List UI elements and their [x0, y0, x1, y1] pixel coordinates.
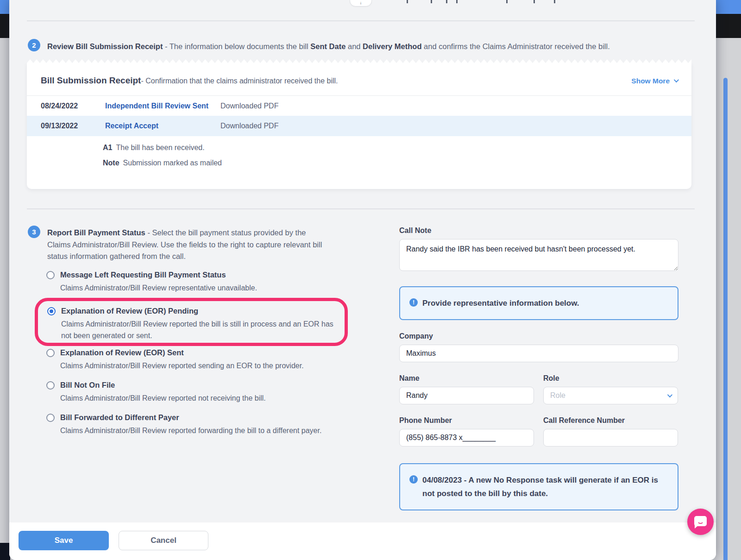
step-2-title: Review Bill Submission Receipt [47, 42, 163, 50]
radio-option-label[interactable]: Message Left Requesting Bill Payment Sta… [60, 271, 226, 279]
radio-option-description: Claims Administrator/Bill Review represe… [60, 282, 346, 294]
call-note-label: Call Note [399, 227, 678, 235]
radio-option-description: Claims Administrator/Bill Review reporte… [60, 425, 346, 436]
call-reference-label: Call Reference Number [543, 416, 678, 425]
radio-option-description: Claims Administrator/Bill Review reporte… [60, 392, 346, 404]
radio-option-message-left[interactable]: Message Left Requesting Bill Payment Sta… [46, 271, 346, 294]
background-bottom-strip [0, 543, 10, 560]
role-label: Role [543, 374, 678, 383]
cutoff-text-fragment [446, 0, 447, 3]
info-icon: ! [409, 298, 418, 307]
chat-bubble-tail [695, 525, 698, 529]
step-2-badge: 2 [28, 39, 40, 51]
chevron-down-icon [674, 77, 679, 82]
call-details-form: Call Note ! Provide representative infor… [399, 227, 678, 510]
radio-option-bill-forwarded[interactable]: Bill Forwarded to Different Payer Claims… [46, 413, 346, 436]
info-icon: ! [409, 475, 418, 484]
chevron-down-icon [667, 392, 672, 397]
representative-info-banner: ! Provide representative information bel… [399, 286, 678, 320]
detail-code: Note [103, 159, 119, 167]
radio-option-label[interactable]: Bill Not On File [60, 381, 115, 390]
radio-button-selected[interactable] [47, 307, 56, 315]
modal-footer: Save Cancel [9, 522, 716, 560]
radio-option-description: Claims Administrator/Bill Review reporte… [61, 318, 334, 341]
receipt-event-link[interactable]: Independent Bill Review Sent [105, 102, 220, 110]
radio-button[interactable] [46, 271, 55, 279]
receipt-zigzag-edge [27, 59, 691, 63]
step-2-number: 2 [32, 41, 36, 49]
receipt-details: A1The bill has been received. NoteSubmis… [27, 136, 691, 167]
cutoff-text-fragment [456, 0, 458, 3]
radio-option-eor-sent[interactable]: Explanation of Review (EOR) Sent Claims … [46, 348, 346, 371]
receipt-detail-line: NoteSubmission marked as mailed [103, 159, 691, 167]
call-reference-input[interactable] [543, 429, 678, 447]
cutoff-text-fragment [554, 0, 555, 3]
cutoff-text-fragment [431, 0, 432, 3]
company-input[interactable] [399, 345, 678, 362]
deadline-notice-banner: ! 04/08/2023 - A new No Response task wi… [399, 463, 678, 510]
scroll-down-icon: ↓ [360, 0, 362, 5]
company-label: Company [399, 332, 678, 340]
receipt-card-header: Bill Submission Receipt - Confirmation t… [27, 63, 691, 95]
section-divider [27, 20, 695, 21]
bill-status-modal: ↓ 2 Review Bill Submission Receipt - The… [9, 0, 716, 560]
save-button[interactable]: Save [19, 531, 109, 550]
detail-code: A1 [103, 144, 112, 151]
section-divider [27, 208, 695, 209]
show-more-link[interactable]: Show More [631, 77, 678, 85]
receipt-table-row: 08/24/2022 Independent Bill Review Sent … [27, 95, 691, 116]
radio-option-label[interactable]: Bill Forwarded to Different Payer [60, 413, 179, 422]
name-input[interactable] [399, 387, 534, 404]
radio-option-description: Claims Administrator/Bill Review reporte… [60, 360, 346, 371]
chat-widget-button[interactable] [687, 509, 714, 535]
radio-button[interactable] [46, 381, 55, 390]
receipt-date: 09/13/2022 [41, 122, 105, 130]
banner-text: Provide representative information below… [422, 296, 579, 310]
phone-number-input[interactable] [399, 429, 534, 447]
radio-option-bill-not-on-file[interactable]: Bill Not On File Claims Administrator/Bi… [46, 381, 346, 404]
radio-option-label[interactable]: Explanation of Review (EOR) Sent [60, 348, 184, 357]
deadline-text: 04/08/2023 - A new No Response task will… [422, 473, 668, 500]
receipt-card-subtitle: - Confirmation that the claims administr… [141, 77, 338, 85]
receipt-status: Downloaded PDF [220, 102, 278, 110]
receipt-status: Downloaded PDF [220, 122, 278, 130]
step-3-heading: Report Bill Payment Status - Select the … [47, 227, 325, 263]
cutoff-text-fragment [407, 0, 408, 3]
call-note-textarea[interactable] [399, 239, 678, 271]
receipt-event-link[interactable]: Receipt Accept [105, 122, 220, 130]
step-3-number: 3 [32, 228, 36, 236]
receipt-detail-line: A1The bill has been received. [103, 144, 691, 152]
receipt-card-title: Bill Submission Receipt [41, 76, 141, 86]
highlight-annotation-ring: Explanation of Review (EOR) Pending Clai… [35, 298, 348, 346]
receipt-table-row-selected: 09/13/2022 Receipt Accept Downloaded PDF [27, 116, 691, 136]
step-3-badge: 3 [28, 226, 40, 238]
radio-button[interactable] [46, 349, 55, 357]
cutoff-text-fragment [534, 0, 535, 3]
radio-option-eor-pending[interactable]: Explanation of Review (EOR) Pending Clai… [47, 307, 334, 341]
phone-number-label: Phone Number [399, 416, 534, 425]
role-placeholder: Role [550, 391, 667, 400]
name-label: Name [399, 374, 534, 383]
step-2-heading: Review Bill Submission Receipt - The inf… [47, 40, 696, 52]
radio-button[interactable] [46, 414, 55, 422]
radio-option-label[interactable]: Explanation of Review (EOR) Pending [61, 307, 198, 315]
scroll-down-pill-button[interactable]: ↓ [350, 0, 372, 6]
step-3-title: Report Bill Payment Status [47, 228, 145, 237]
cutoff-text-fragment [506, 0, 508, 3]
bill-submission-receipt-card: Bill Submission Receipt - Confirmation t… [27, 63, 691, 189]
role-select[interactable]: Role [543, 387, 678, 404]
receipt-date: 08/24/2022 [41, 102, 105, 110]
page-scrollbar-thumb[interactable] [723, 78, 728, 560]
cancel-button[interactable]: Cancel [119, 531, 208, 550]
